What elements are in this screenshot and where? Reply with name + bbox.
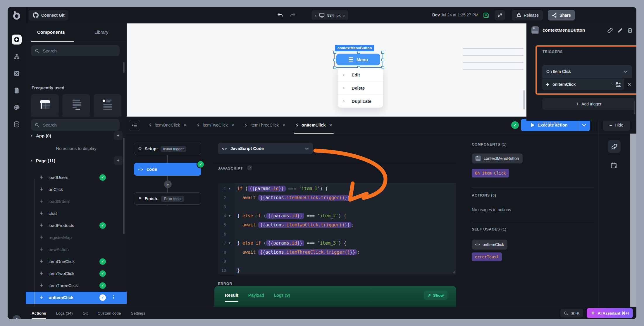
components-search-input[interactable] <box>42 48 116 54</box>
action-tab-itemTwoClick[interactable]: itemTwoClick✕ <box>192 117 239 134</box>
tab-library[interactable]: Library <box>76 23 127 41</box>
action-item-newAction[interactable]: newAction <box>26 244 127 256</box>
language-select[interactable]: <> JavaScript Code <box>218 143 313 154</box>
edit-pencil-icon[interactable] <box>617 28 623 33</box>
group-page[interactable]: ▾ Page (11) + <box>26 156 127 165</box>
action-item-loadProducts[interactable]: loadProducts✓ <box>26 220 127 232</box>
release-button[interactable]: Release <box>512 10 543 21</box>
selection-handle[interactable] <box>357 51 360 54</box>
trigger-configure-button[interactable] <box>612 78 624 90</box>
resize-handle-icon[interactable] <box>452 270 455 274</box>
usages-link-button[interactable] <box>608 140 621 153</box>
fold-chevron-icon[interactable]: ▼ <box>226 241 233 245</box>
component-card-chart[interactable] <box>31 112 59 117</box>
add-page-action-button[interactable]: + <box>114 156 123 165</box>
statusbar-tab-settings[interactable]: Settings <box>131 307 145 319</box>
tab-components[interactable]: Components <box>26 23 76 41</box>
execute-options-button[interactable] <box>578 119 590 131</box>
rail-variables-button[interactable] <box>12 69 22 78</box>
actions-search[interactable] <box>31 119 120 131</box>
statusbar-tab-git[interactable]: Git <box>83 307 88 319</box>
setup-step[interactable]: ⚙ Setup: Initial trigger <box>134 143 201 155</box>
remove-trigger-button[interactable]: ✕ <box>627 81 631 88</box>
component-card-box[interactable] <box>31 94 59 115</box>
ai-assistant-button[interactable]: AI Assistant ⌘+I <box>587 308 633 318</box>
close-tab-icon[interactable]: ✕ <box>183 123 187 127</box>
editor-scrollbar-track[interactable] <box>630 134 636 307</box>
app-canvas[interactable]: contextMenuButton Menu ›Edit›Delete›Dupl… <box>127 23 526 117</box>
self-usage-toast-chip[interactable]: errorToast <box>472 252 502 261</box>
close-tab-icon[interactable]: ✕ <box>329 123 332 127</box>
viewport-width-value[interactable]: 934 <box>327 13 334 18</box>
fold-chevron-icon[interactable]: ▼ <box>226 214 233 217</box>
setup-chip[interactable]: Initial trigger <box>161 146 187 152</box>
rail-theme-button[interactable] <box>12 103 22 112</box>
components-search[interactable] <box>31 45 120 56</box>
code-step[interactable]: <> code <box>134 163 201 176</box>
rail-datasources-button[interactable] <box>12 120 22 129</box>
group-app[interactable]: ▾ App (0) + <box>26 131 127 141</box>
rail-structure-button[interactable] <box>12 52 22 62</box>
inspector-scrollbar[interactable] <box>634 101 635 114</box>
kebab-menu-icon[interactable]: ⋮ <box>111 294 116 300</box>
statusbar-tab-actions[interactable]: Actions <box>32 307 46 319</box>
component-usage-chip[interactable]: ★ contextMenuButton <box>472 153 523 163</box>
statusbar-tab-logs-34-[interactable]: Logs (34) <box>56 307 73 319</box>
context-menu-item-delete[interactable]: ›Delete <box>338 81 383 94</box>
menu-button-component[interactable]: Menu <box>336 54 380 65</box>
trigger-event-chip[interactable]: On Item Click <box>472 169 509 177</box>
viewport-increase-button[interactable]: › <box>343 13 345 18</box>
trigger-event-select[interactable]: On Item Click <box>542 65 632 78</box>
action-item-loadUsers[interactable]: loadUsers✓ <box>26 172 127 184</box>
add-step-button[interactable]: + <box>164 180 172 188</box>
share-button[interactable]: Share <box>548 10 575 21</box>
finish-chip[interactable]: Error toast <box>161 196 184 202</box>
statusbar-tab-custom-code[interactable]: Custom code <box>98 307 121 319</box>
action-item-registerMap[interactable]: registerMap <box>26 232 127 244</box>
context-menu-item-duplicate[interactable]: ›Duplicate <box>338 94 383 107</box>
context-menu-item-edit[interactable]: ›Edit <box>338 68 383 81</box>
code-editor[interactable]: 1▼if ({{params.id}} === 'item_1') {2 awa… <box>218 183 456 274</box>
viewport-decrease-button[interactable]: ‹ <box>315 13 316 18</box>
undo-button[interactable] <box>277 12 283 18</box>
component-card-box[interactable] <box>94 94 121 115</box>
components-scrollbar[interactable] <box>123 62 125 73</box>
connect-git-button[interactable]: Connect Git <box>29 10 68 21</box>
action-item-chat[interactable]: chat <box>26 208 127 220</box>
result-tab-result[interactable]: Result <box>225 286 238 304</box>
collapse-list-button[interactable] <box>129 120 140 131</box>
selected-component-tag[interactable]: contextMenuButton <box>335 45 374 51</box>
action-tab-itemOneClick[interactable]: itemOneClick✕ <box>144 117 192 134</box>
component-card-box[interactable] <box>62 94 90 115</box>
schedule-button[interactable] <box>610 161 619 170</box>
show-result-button[interactable]: ↗ Show <box>424 291 447 300</box>
actions-list-scrollbar[interactable] <box>123 138 125 234</box>
action-item-onItemClick[interactable]: onItemClick✓⋮ <box>26 292 127 304</box>
close-tab-icon[interactable]: ✕ <box>282 123 285 127</box>
delete-trash-icon[interactable] <box>627 28 633 33</box>
self-usage-code-chip[interactable]: <> onItemClick <box>472 240 507 250</box>
action-item-itemThreeClick[interactable]: itemThreeClick✓ <box>26 280 127 292</box>
component-card-stat[interactable] <box>62 112 90 117</box>
fullscreen-button[interactable] <box>495 10 505 21</box>
action-item-itemTwoClick[interactable]: itemTwoClick✓ <box>26 268 127 280</box>
javascript-help-icon[interactable]: ? <box>247 165 252 170</box>
add-trigger-button[interactable]: + Add trigger <box>542 98 635 110</box>
close-tab-icon[interactable]: ✕ <box>231 123 235 127</box>
action-item-loadOrders[interactable]: loadOrders <box>26 196 127 208</box>
trigger-action-select[interactable]: onItemClick <box>542 78 619 90</box>
result-tab-payload[interactable]: Payload <box>248 286 264 304</box>
rail-add-components-button[interactable] <box>12 35 22 45</box>
selection-handle[interactable] <box>333 66 336 69</box>
selection-handle[interactable] <box>381 59 384 61</box>
component-card-text[interactable] <box>94 112 121 117</box>
rail-pages-button[interactable] <box>12 86 22 95</box>
fold-chevron-icon[interactable]: ▼ <box>226 187 233 190</box>
result-tab-logs-9-[interactable]: Logs (9) <box>274 286 290 304</box>
selection-handle[interactable] <box>333 59 336 61</box>
add-app-action-button[interactable]: + <box>114 131 123 140</box>
actions-search-input[interactable] <box>42 122 116 128</box>
command-search-button[interactable]: ⌘+K <box>560 309 583 318</box>
help-button[interactable]: ? <box>12 315 21 319</box>
selection-handle[interactable] <box>333 51 336 54</box>
